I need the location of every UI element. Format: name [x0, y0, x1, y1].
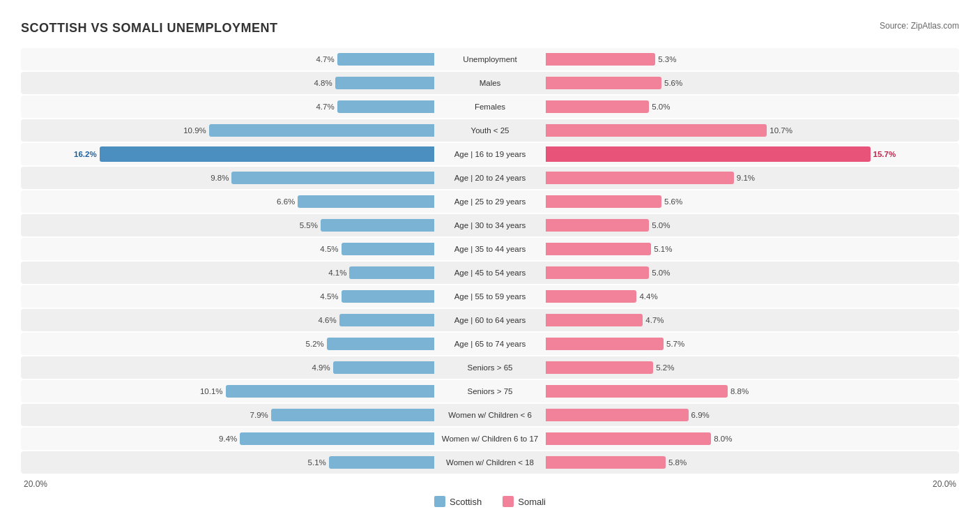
bar-right [546, 172, 734, 184]
row-label: Women w/ Children < 18 [434, 458, 546, 467]
right-value: 5.2% [656, 363, 685, 372]
right-section: 5.2% [546, 361, 959, 374]
bar-left [337, 53, 434, 66]
bar-row: 10.9% Youth < 25 10.7% [21, 119, 959, 142]
legend-scottish-label: Scottish [450, 497, 482, 507]
right-section: 5.1% [546, 243, 959, 255]
bar-left [335, 77, 434, 89]
chart-container: SCOTTISH VS SOMALI UNEMPLOYMENT Source: … [21, 14, 959, 514]
row-label: Age | 16 to 19 years [434, 150, 546, 158]
bar-row: 4.5% Age | 35 to 44 years 5.1% [21, 238, 959, 260]
bar-right [546, 195, 661, 208]
bar-row: 4.8% Males 5.6% [21, 72, 959, 94]
right-value: 15.7% [873, 150, 903, 158]
left-value: 7.9% [239, 411, 268, 419]
left-value: 9.8% [199, 174, 229, 182]
bar-left [329, 456, 434, 469]
bar-left [337, 100, 434, 113]
legend-somali-label: Somali [518, 497, 546, 507]
right-section: 5.3% [546, 53, 959, 66]
legend-scottish: Scottish [434, 496, 482, 507]
left-section: 5.2% [21, 338, 434, 350]
left-value: 9.4% [208, 435, 237, 443]
bar-right [546, 456, 666, 469]
row-label: Age | 30 to 34 years [434, 221, 546, 229]
left-value: 6.6% [266, 197, 295, 206]
bar-row: 9.8% Age | 20 to 24 years 9.1% [21, 167, 959, 189]
left-value: 4.7% [305, 103, 335, 111]
right-section: 5.7% [546, 338, 959, 350]
right-section: 5.0% [546, 219, 959, 232]
right-value: 10.7% [770, 126, 799, 135]
right-section: 5.6% [546, 77, 959, 89]
right-value: 9.1% [737, 174, 766, 182]
bar-row: 9.4% Women w/ Children 6 to 17 8.0% [21, 428, 959, 450]
right-value: 5.3% [658, 55, 687, 63]
axis-row: 20.0% 20.0% [21, 479, 959, 489]
right-section: 4.7% [546, 314, 959, 326]
row-label: Seniors > 75 [434, 387, 546, 395]
bar-right [546, 432, 711, 445]
bar-left [342, 290, 434, 303]
right-section: 10.7% [546, 124, 959, 137]
right-section: 5.0% [546, 266, 959, 279]
bar-left [321, 219, 434, 232]
right-value: 5.7% [666, 340, 696, 348]
right-value: 5.0% [652, 221, 681, 229]
left-section: 4.7% [21, 100, 434, 113]
left-value: 10.9% [177, 126, 206, 135]
bar-row: 6.6% Age | 25 to 29 years 5.6% [21, 190, 959, 213]
right-value: 5.6% [664, 79, 694, 87]
bar-row: 4.6% Age | 60 to 64 years 4.7% [21, 309, 959, 331]
right-section: 8.0% [546, 432, 959, 445]
bar-right [546, 146, 871, 162]
right-value: 5.1% [654, 245, 683, 253]
axis-right: 20.0% [933, 479, 956, 489]
bar-left [342, 243, 434, 255]
row-label: Women w/ Children < 6 [434, 411, 546, 419]
left-value: 4.5% [309, 245, 339, 253]
left-section: 10.1% [21, 385, 434, 398]
left-section: 4.7% [21, 53, 434, 66]
left-value: 4.1% [317, 269, 346, 277]
row-label: Age | 65 to 74 years [434, 340, 546, 348]
bar-right [546, 124, 767, 137]
right-value: 4.4% [639, 292, 668, 301]
left-section: 6.6% [21, 195, 434, 208]
right-value: 5.8% [668, 458, 698, 467]
bar-row: 4.1% Age | 45 to 54 years 5.0% [21, 262, 959, 284]
left-value: 5.2% [295, 340, 324, 348]
left-value: 16.2% [68, 150, 97, 158]
left-value: 5.1% [297, 458, 326, 467]
row-label: Age | 60 to 64 years [434, 316, 546, 324]
bar-right [546, 314, 643, 326]
bar-row: 5.2% Age | 65 to 74 years 5.7% [21, 333, 959, 355]
bar-right [546, 338, 664, 350]
bar-row: 5.5% Age | 30 to 34 years 5.0% [21, 214, 959, 236]
legend: Scottish Somali [21, 496, 959, 507]
row-label: Age | 45 to 54 years [434, 269, 546, 277]
bar-left [349, 266, 434, 279]
chart-source: Source: ZipAtlas.com [880, 21, 959, 31]
left-section: 4.5% [21, 243, 434, 255]
bar-right [546, 53, 655, 66]
left-section: 5.5% [21, 219, 434, 232]
legend-scottish-box [434, 496, 445, 507]
left-value: 4.9% [301, 363, 330, 372]
row-label: Females [434, 103, 546, 111]
legend-somali-box [503, 496, 514, 507]
bar-right [546, 361, 653, 374]
bar-left [240, 432, 434, 445]
bar-row: 5.1% Women w/ Children < 18 5.8% [21, 451, 959, 474]
row-label: Age | 20 to 24 years [434, 174, 546, 182]
row-label: Unemployment [434, 55, 546, 63]
bar-left [209, 124, 434, 137]
row-label: Seniors > 65 [434, 363, 546, 372]
right-value: 5.6% [664, 197, 694, 206]
right-value: 5.0% [652, 269, 681, 277]
left-value: 5.5% [289, 221, 318, 229]
bar-left [339, 314, 434, 326]
legend-somali: Somali [503, 496, 546, 507]
right-section: 5.8% [546, 456, 959, 469]
bar-right [546, 266, 649, 279]
